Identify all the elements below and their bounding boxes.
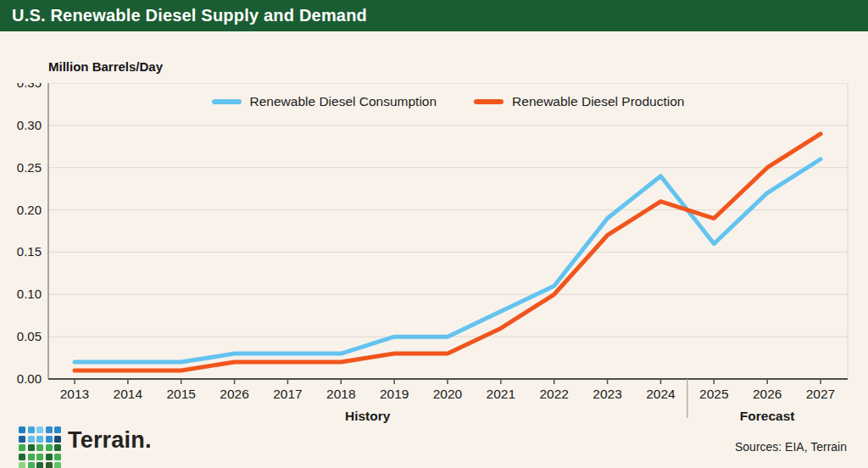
section-label-history: History [345, 409, 391, 423]
consumption-line [75, 159, 821, 362]
logo-grid-cell [28, 462, 35, 468]
logo-grid-cell [19, 426, 25, 433]
y-tick-label: 0.20 [17, 203, 42, 217]
y-tick-label: 0.35 [17, 83, 42, 90]
logo-grid-cell [36, 444, 43, 451]
page-title: U.S. Renewable Diesel Supply and Demand [12, 6, 367, 25]
x-tick-label: 2019 [380, 387, 409, 401]
x-tick-label: 2027 [806, 387, 835, 401]
chart-legend: Renewable Diesel Consumption Renewable D… [48, 94, 848, 109]
y-tick-label: 0.10 [17, 287, 42, 301]
x-tick-label: 2014 [114, 387, 143, 401]
logo-grid-cell [46, 462, 53, 468]
x-tick-label: 2026 [753, 387, 782, 401]
logo-grid-cell [46, 454, 53, 460]
y-axis-title: Million Barrels/Day [48, 59, 163, 74]
logo-grid-cell [19, 436, 25, 443]
x-tick-label: 2018 [326, 387, 355, 401]
logo-grid-cell [54, 436, 61, 443]
legend-item-consumption: Renewable Diesel Consumption [212, 94, 437, 109]
logo-grid-cell [28, 426, 35, 433]
logo-grid-cell [54, 444, 61, 451]
x-axis-labels: 2013201420152026201720182019202020212022… [60, 379, 835, 401]
y-tick-label: 0.15 [17, 244, 42, 259]
logo-grid-cell [28, 454, 35, 460]
logo-grid-cell [46, 444, 53, 451]
logo-grid-cell [36, 436, 43, 443]
legend-item-production: Renewable Diesel Production [474, 94, 684, 109]
section-label-forecast: Forecast [740, 409, 795, 423]
x-tick-label: 2017 [273, 387, 302, 401]
logo-grid-cell [54, 462, 61, 468]
y-tick-label: 0.05 [17, 329, 42, 343]
logo-grid-cell [36, 454, 43, 460]
y-tick-label: 0.30 [17, 118, 42, 132]
logo-grid-cell [36, 426, 43, 433]
logo-grid-cell [54, 454, 61, 460]
consumption-line-swatch [212, 99, 242, 105]
y-tick-label: 0.25 [17, 160, 42, 175]
logo-grid-cell [28, 436, 35, 443]
x-tick-label: 2022 [539, 387, 568, 401]
legend-label-consumption: Renewable Diesel Consumption [250, 94, 437, 109]
y-tick-label: 0.00 [17, 371, 42, 386]
logo-grid-cell [54, 426, 61, 433]
terrain-logo-icon [19, 426, 61, 468]
sources-text: Sources: EIA, Terrain [735, 440, 847, 454]
infographic-page: U.S. Renewable Diesel Supply and Demand … [0, 0, 868, 468]
legend-label-production: Renewable Diesel Production [512, 94, 684, 109]
title-bar: U.S. Renewable Diesel Supply and Demand [0, 0, 868, 31]
section-labels: HistoryForecast [345, 409, 794, 423]
logo-grid-cell [19, 454, 25, 460]
logo-grid-cell [46, 436, 53, 443]
x-tick-label: 2023 [593, 387, 621, 401]
logo-grid-cell [46, 426, 53, 433]
x-tick-label: 2026 [220, 387, 248, 401]
x-tick-label: 2024 [646, 387, 676, 401]
logo-grid-cell [19, 444, 25, 451]
x-tick-label: 2013 [60, 387, 89, 401]
logo-grid-cell [36, 462, 43, 468]
production-line-swatch [474, 99, 504, 105]
x-tick-label: 2021 [487, 387, 515, 401]
x-tick-label: 2025 [699, 387, 728, 401]
line-chart: 0.000.050.100.150.200.250.300.3520132014… [0, 83, 858, 426]
x-tick-label: 2015 [166, 387, 195, 401]
y-axis-labels: 0.000.050.100.150.200.250.300.35 [17, 83, 42, 386]
logo-grid-cell [28, 444, 35, 451]
x-tick-label: 2020 [433, 387, 463, 401]
brand-name: Terrain. [68, 427, 152, 454]
logo-grid-cell [19, 462, 25, 468]
